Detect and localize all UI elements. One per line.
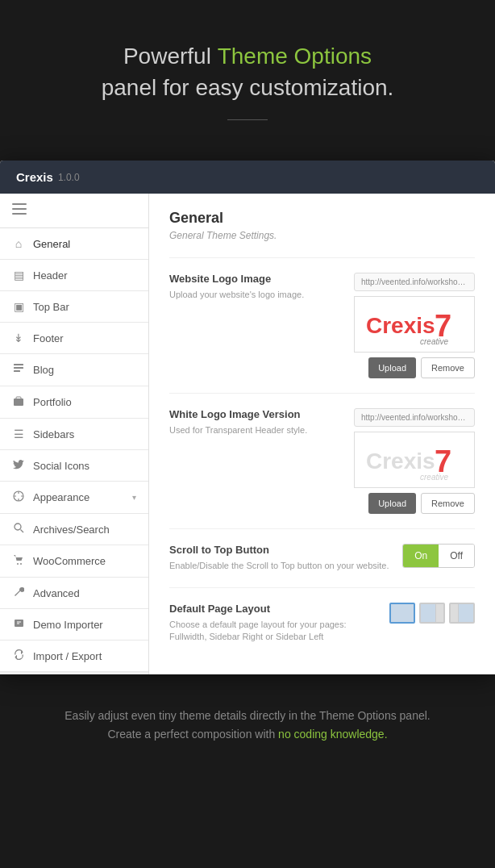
svg-rect-0 bbox=[12, 203, 27, 205]
white-logo-title: White Logo Image Version bbox=[169, 408, 307, 420]
page-layout-control bbox=[389, 603, 475, 624]
scroll-top-label: Scroll to Top Button Enable/Disable the … bbox=[169, 544, 389, 572]
white-logo-image: Crexis 7 creative bbox=[362, 438, 467, 482]
svg-text:Crexis: Crexis bbox=[366, 313, 435, 338]
sidebar-label-general: General bbox=[33, 238, 136, 250]
sidebar: ⌂ General ▤ Header ▣ Top Bar ↡ Footer Bl… bbox=[0, 194, 149, 674]
svg-text:creative: creative bbox=[420, 473, 448, 482]
hero-green-text: Theme Options bbox=[218, 44, 372, 69]
panel-brand: Crexis bbox=[16, 170, 53, 184]
svg-text:Crexis: Crexis bbox=[366, 449, 435, 474]
website-logo-control: http://veented.info/workshop/c Crexis 7 … bbox=[354, 273, 475, 378]
white-logo-label: White Logo Image Version Used for Transp… bbox=[169, 408, 307, 436]
website-logo-url: http://veented.info/workshop/c bbox=[354, 273, 475, 291]
website-logo-preview: Crexis 7 creative bbox=[354, 296, 475, 353]
sidebar-item-portfolio[interactable]: Portfolio bbox=[0, 386, 148, 419]
svg-point-8 bbox=[15, 524, 21, 530]
crexis-logo-image: Crexis 7 creative bbox=[362, 300, 467, 348]
chevron-down-icon: ▾ bbox=[132, 493, 136, 502]
section-title: General bbox=[169, 210, 475, 227]
panel-version: 1.0.0 bbox=[58, 172, 80, 183]
setting-website-logo: Website Logo Image Upload your website's… bbox=[169, 257, 475, 393]
sidebar-label-appearance: Appearance bbox=[33, 491, 124, 503]
search-icon bbox=[12, 523, 25, 536]
layout-sidebar-right[interactable] bbox=[419, 603, 445, 624]
panel-header: Crexis 1.0.0 bbox=[0, 161, 495, 194]
white-logo-buttons: Upload Remove bbox=[368, 493, 475, 514]
svg-rect-4 bbox=[14, 367, 23, 369]
header-icon: ▤ bbox=[12, 269, 25, 282]
sidebar-item-topbar[interactable]: ▣ Top Bar bbox=[0, 291, 148, 323]
sidebar-item-header[interactable]: ▤ Header bbox=[0, 260, 148, 291]
topbar-icon: ▣ bbox=[12, 300, 25, 313]
sidebar-label-social: Social Icons bbox=[33, 460, 136, 472]
section-subtitle: General Theme Settings. bbox=[169, 230, 475, 241]
white-logo-upload-button[interactable]: Upload bbox=[368, 493, 416, 514]
setting-scroll-top: Scroll to Top Button Enable/Disable the … bbox=[169, 528, 475, 586]
blog-icon bbox=[12, 363, 25, 377]
sidebar-item-demo[interactable]: Demo Importer bbox=[0, 609, 148, 641]
sidebar-label-blog: Blog bbox=[33, 364, 136, 376]
scroll-top-desc: Enable/Disable the Scroll to Top button … bbox=[169, 560, 389, 572]
white-logo-remove-button[interactable]: Remove bbox=[421, 493, 475, 514]
sidebar-label-topbar: Top Bar bbox=[33, 301, 136, 313]
layout-sidebar-left[interactable] bbox=[449, 603, 475, 624]
sidebar-item-blog[interactable]: Blog bbox=[0, 354, 148, 386]
white-logo-url: http://veented.info/workshop/c bbox=[354, 408, 475, 427]
hero-plain-text: Powerful bbox=[123, 44, 218, 69]
layout-fullwidth[interactable] bbox=[389, 603, 415, 624]
svg-text:creative: creative bbox=[420, 337, 448, 346]
main-content: General General Theme Settings. Website … bbox=[149, 194, 495, 674]
svg-point-11 bbox=[20, 563, 22, 565]
website-logo-remove-button[interactable]: Remove bbox=[421, 357, 475, 378]
setting-white-logo: White Logo Image Version Used for Transp… bbox=[169, 393, 475, 528]
sidebar-item-archives[interactable]: Archives/Search bbox=[0, 514, 148, 545]
sidebar-toggle[interactable] bbox=[0, 194, 148, 228]
sidebar-label-demo: Demo Importer bbox=[33, 619, 136, 631]
sidebar-label-sidebars: Sidebars bbox=[33, 428, 136, 440]
hero-divider bbox=[227, 119, 268, 120]
hero-section: Powerful Theme Options panel for easy cu… bbox=[0, 0, 495, 161]
sidebar-item-appearance[interactable]: Appearance ▾ bbox=[0, 482, 148, 514]
svg-point-10 bbox=[17, 563, 19, 565]
svg-rect-1 bbox=[12, 208, 27, 210]
white-logo-control: http://veented.info/workshop/c Crexis 7 … bbox=[354, 408, 475, 514]
website-logo-desc: Upload your website's logo image. bbox=[169, 289, 304, 301]
sidebar-item-general[interactable]: ⌂ General bbox=[0, 228, 148, 260]
footer-icon: ↡ bbox=[12, 332, 25, 344]
scroll-top-title: Scroll to Top Button bbox=[169, 544, 389, 556]
demo-icon bbox=[12, 618, 25, 631]
bottom-section: Easily adjust even tiny theme details di… bbox=[0, 674, 495, 786]
sidebar-label-woo: WooCommerce bbox=[33, 555, 136, 567]
appearance-icon bbox=[12, 490, 25, 504]
svg-rect-2 bbox=[12, 213, 27, 215]
home-icon: ⌂ bbox=[12, 237, 25, 250]
panel-body: ⌂ General ▤ Header ▣ Top Bar ↡ Footer Bl… bbox=[0, 194, 495, 674]
sidebar-label-advanced: Advanced bbox=[33, 587, 136, 599]
website-logo-title: Website Logo Image bbox=[169, 273, 304, 285]
scroll-top-off-button[interactable]: Off bbox=[439, 545, 474, 567]
svg-rect-6 bbox=[14, 399, 23, 406]
scroll-top-on-button[interactable]: On bbox=[403, 545, 439, 567]
scroll-top-toggle: On Off bbox=[402, 544, 475, 568]
sidebars-icon: ☰ bbox=[12, 428, 25, 440]
sidebar-item-social[interactable]: Social Icons bbox=[0, 450, 148, 482]
bottom-text-2: Create a perfect composition with no cod… bbox=[32, 725, 463, 745]
page-layout-desc: Choose a default page layout for your pa… bbox=[169, 619, 377, 644]
hero-heading: Powerful Theme Options bbox=[32, 40, 463, 72]
hero-subheading: panel for easy customization. bbox=[32, 72, 463, 103]
sidebar-item-import[interactable]: Import / Export bbox=[0, 641, 148, 672]
website-logo-upload-button[interactable]: Upload bbox=[368, 357, 416, 378]
cart-icon bbox=[12, 554, 25, 568]
wrench-icon bbox=[12, 586, 25, 599]
website-logo-label: Website Logo Image Upload your website's… bbox=[169, 273, 304, 301]
website-logo-buttons: Upload Remove bbox=[368, 357, 475, 378]
sidebar-item-footer[interactable]: ↡ Footer bbox=[0, 323, 148, 354]
white-logo-desc: Used for Transparent Header style. bbox=[169, 424, 307, 436]
page-layout-title: Default Page Layout bbox=[169, 603, 377, 615]
sidebar-item-advanced[interactable]: Advanced bbox=[0, 578, 148, 609]
sidebar-item-sidebars[interactable]: ☰ Sidebars bbox=[0, 419, 148, 450]
no-coding-link[interactable]: no coding knowledge. bbox=[278, 728, 387, 741]
svg-line-9 bbox=[20, 530, 23, 533]
sidebar-item-woo[interactable]: WooCommerce bbox=[0, 545, 148, 578]
